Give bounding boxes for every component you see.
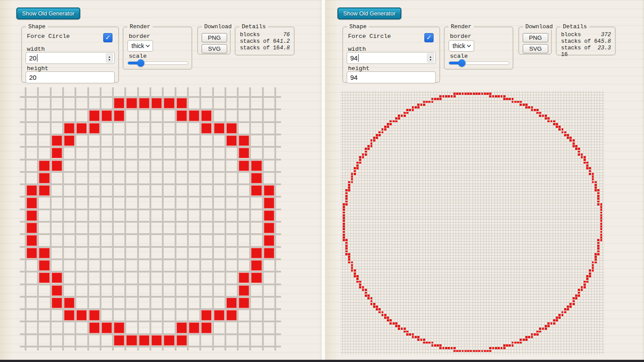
- pixel-block: [592, 264, 594, 266]
- download-png-button[interactable]: PNG: [202, 33, 227, 42]
- pixel-block: [239, 135, 249, 146]
- grid-line-horizontal: [341, 197, 604, 198]
- pixel-block: [264, 248, 274, 258]
- pixel-block: [371, 145, 373, 147]
- download-png-button[interactable]: PNG: [523, 33, 548, 42]
- force-circle-checkbox[interactable]: ✓: [424, 33, 434, 42]
- pixel-block: [600, 236, 603, 239]
- slider-thumb[interactable]: [458, 60, 465, 67]
- pixel-block: [445, 347, 447, 349]
- border-select[interactable]: thick: [449, 40, 474, 52]
- pixel-block: [573, 139, 575, 142]
- grid-line-horizontal: [341, 153, 604, 153]
- pixel-block: [525, 104, 528, 106]
- pixel-block: [600, 212, 603, 214]
- pixel-block: [151, 98, 162, 108]
- pixel-block: [547, 325, 550, 327]
- pixel-block: [564, 311, 566, 313]
- force-circle-checkbox[interactable]: ✓: [103, 33, 112, 42]
- scale-label: scale: [450, 53, 468, 60]
- scale-slider[interactable]: [449, 61, 509, 65]
- grid-line-horizontal: [341, 233, 604, 234]
- pixel-block: [562, 128, 564, 131]
- pixel-block: [393, 322, 395, 325]
- scale-slider[interactable]: [127, 61, 188, 65]
- grid-line-horizontal: [341, 216, 604, 217]
- slider-thumb[interactable]: [137, 60, 144, 67]
- pixel-block: [600, 217, 603, 219]
- show-old-generator-button[interactable]: Show Old Generator: [16, 7, 80, 19]
- border-select-value: thick: [131, 42, 144, 49]
- pixel-block: [226, 298, 237, 308]
- pixel-block: [378, 131, 381, 134]
- pixel-block: [481, 93, 483, 95]
- show-old-generator-button[interactable]: Show Old Generator: [337, 7, 401, 19]
- pixel-block: [586, 278, 588, 280]
- number-spinner[interactable]: ▲ ▼: [106, 53, 113, 63]
- pixel-block: [417, 106, 419, 108]
- pixel-block: [264, 235, 274, 246]
- grid-line-horizontal: [341, 299, 604, 300]
- width-value: 94: [350, 54, 358, 62]
- pixel-block: [345, 250, 348, 253]
- pixel-block: [553, 120, 555, 123]
- pixel-block: [201, 123, 212, 134]
- pixel-block: [239, 285, 249, 296]
- height-input[interactable]: 20: [26, 71, 115, 83]
- pixel-block: [239, 298, 249, 308]
- pixel-block: [600, 225, 603, 228]
- pixel-block: [348, 189, 350, 191]
- pixel-block: [595, 258, 597, 261]
- pixel-block: [550, 120, 553, 123]
- pixel-block: [264, 185, 274, 196]
- pixel-block: [139, 98, 150, 108]
- grid-line-horizontal: [341, 302, 604, 303]
- pixel-block: [575, 297, 577, 299]
- pixel-block: [536, 331, 539, 333]
- pixel-block: [484, 93, 486, 95]
- width-input[interactable]: 94 ▲ ▼: [347, 52, 436, 64]
- pixel-block: [343, 214, 345, 216]
- pixel-block: [384, 317, 386, 319]
- detail-label: blocks: [240, 32, 260, 38]
- grid-line-horizontal: [341, 255, 604, 256]
- pixel-block: [359, 286, 361, 288]
- pixel-block: [503, 344, 505, 347]
- pixel-block: [401, 115, 403, 117]
- grid-line-horizontal: [341, 158, 604, 159]
- pixel-block: [89, 123, 100, 134]
- pixel-block: [264, 198, 274, 208]
- pixel-block: [531, 106, 533, 108]
- checkmark-icon: ✓: [105, 34, 111, 41]
- spinner-down-icon[interactable]: ▼: [429, 58, 432, 61]
- pixel-block: [595, 253, 597, 255]
- spinner-up-icon[interactable]: ▲: [429, 55, 432, 58]
- border-select[interactable]: thick: [127, 40, 153, 52]
- pixel-block: [523, 339, 525, 341]
- spinner-up-icon[interactable]: ▲: [108, 55, 111, 58]
- border-label: border: [450, 33, 472, 40]
- height-input[interactable]: 94: [347, 71, 436, 83]
- pixel-block: [64, 310, 75, 321]
- pixel-block: [462, 350, 464, 352]
- pixel-block: [371, 142, 373, 145]
- spinner-down-icon[interactable]: ▼: [108, 58, 111, 61]
- pixel-block: [575, 145, 577, 147]
- grid-line-horizontal: [341, 145, 604, 145]
- grid-line-horizontal: [341, 108, 604, 109]
- pixel-block: [417, 339, 419, 341]
- pixel-block: [553, 319, 555, 321]
- grid-line-horizontal: [341, 205, 604, 206]
- width-input[interactable]: 20 ▲ ▼: [26, 52, 115, 64]
- download-svg-button[interactable]: SVG: [202, 44, 227, 53]
- number-spinner[interactable]: ▲ ▼: [427, 53, 434, 63]
- download-svg-button[interactable]: SVG: [523, 44, 548, 53]
- pixel-circle-grid: [341, 91, 604, 355]
- pixel-block: [442, 347, 445, 349]
- pixel-block: [387, 123, 389, 125]
- border-label: border: [129, 33, 150, 40]
- pixel-block: [356, 281, 359, 283]
- pixel-block: [592, 178, 594, 180]
- grid-line-horizontal: [341, 180, 604, 181]
- grid-line-horizontal: [341, 316, 604, 317]
